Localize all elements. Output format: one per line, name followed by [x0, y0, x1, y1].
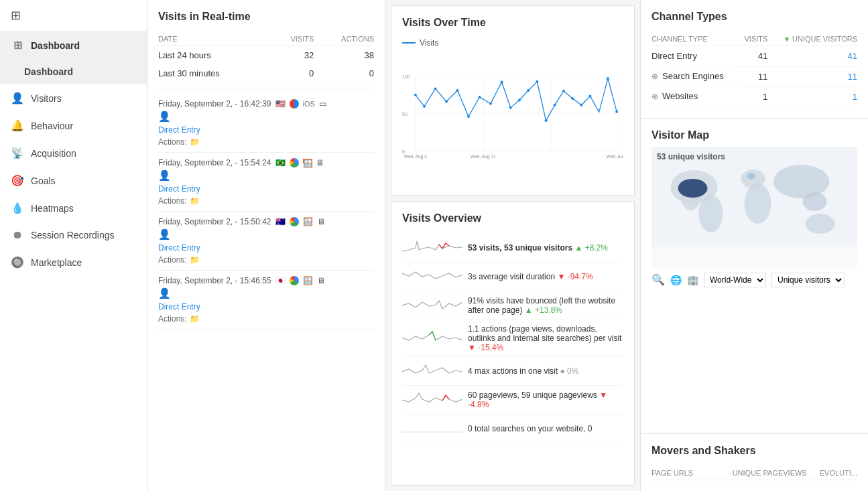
svg-text:Wed, Aug 31: Wed, Aug 31 [607, 154, 623, 159]
channel-name-direct: Direct Entry [652, 46, 739, 66]
sparkline-visits [402, 238, 462, 258]
session-recordings-icon: ⏺ [11, 229, 24, 241]
svg-point-12 [434, 87, 437, 90]
sidebar-item-label: Goals [31, 176, 56, 186]
globe-icon[interactable]: 🌐 [670, 275, 682, 285]
svg-point-42 [803, 192, 827, 211]
sidebar-item-label: Marketplace [31, 257, 82, 268]
zoom-in-icon[interactable]: 🔍 [652, 273, 665, 286]
visits-overview-card: Visits Overview 53 visits, 53 unique vis… [391, 201, 635, 486]
sidebar-item-session-recordings[interactable]: ⏺ Session Recordings [0, 222, 147, 249]
chart-legend: Visits [402, 38, 623, 48]
sidebar-item-label: Acquisition [31, 148, 76, 159]
legend-label: Visits [420, 38, 438, 48]
sidebar-item-acquisition[interactable]: 📡 Acquisition [0, 139, 147, 167]
svg-point-23 [545, 119, 548, 122]
os-label-1: iOS [303, 100, 315, 108]
svg-point-26 [571, 97, 574, 100]
device-icon-4: 🖥 [317, 276, 325, 285]
behaviour-icon: 🔔 [11, 119, 24, 132]
visit-header-1: Friday, September 2, - 16:42:39 🇺🇸 iOS ▭ [158, 99, 374, 109]
main-content: Visits in Real-time DATE VISITS ACTIONS … [147, 0, 868, 491]
table-row: Direct Entry 41 41 [652, 46, 857, 67]
overview-text-searches: 0 total searches on your website, 0 [468, 424, 623, 433]
realtime-panel: Visits in Real-time DATE VISITS ACTIONS … [147, 0, 385, 491]
sidebar-item-goals[interactable]: 🎯 Goals [0, 167, 147, 194]
visit-source-4[interactable]: Direct Entry [158, 302, 374, 311]
grid-icon: ⊞ [11, 8, 21, 23]
visit-actions-2: Actions: 📁 [158, 196, 374, 206]
heatmaps-icon: 💧 [11, 202, 24, 214]
person-icon-3: 👤 [158, 228, 171, 240]
region-select[interactable]: World-Wide [704, 273, 766, 287]
right-panel: Channel Types CHANNEL TYPE VISITS ▼ UNIQ… [640, 0, 868, 491]
visit-source-2[interactable]: Direct Entry [158, 184, 374, 194]
visit-actions-1: Actions: 📁 [158, 137, 374, 147]
browser-icon-3 [290, 217, 299, 226]
svg-point-29 [607, 77, 609, 80]
svg-text:Wed, Aug 17: Wed, Aug 17 [471, 154, 496, 159]
sidebar-item-heatmaps[interactable]: 💧 Heatmaps [0, 194, 147, 222]
unique-visitors-label: 53 unique visitors [657, 152, 725, 161]
sidebar-item-behaviour[interactable]: 🔔 Behaviour [0, 112, 147, 139]
row-actions: 0 [314, 64, 374, 82]
sidebar-item-dashboard-child[interactable]: Dashboard [0, 59, 147, 84]
expand-search-icon[interactable]: ⊕ [652, 72, 658, 81]
visitor-map-card: Visitor Map 53 unique visitors [641, 119, 868, 435]
visit-header-2: Friday, September 2, - 15:54:24 🇧🇷 🪟 🖥 [158, 158, 374, 167]
channel-visits-search: 11 [739, 66, 767, 86]
row-visits: 32 [271, 46, 314, 65]
actions-label-4: Actions: [158, 314, 187, 324]
sort-arrow: ▼ [784, 36, 790, 43]
svg-text:50: 50 [402, 111, 408, 117]
movers-table: PAGE URLS UNIQUE PAGEVIEWS EVOLUTI... [652, 466, 857, 480]
svg-point-14 [456, 89, 459, 92]
visits-over-time-card: Visits Over Time Visits 100 50 0 [391, 5, 635, 196]
visit-actions-3: Actions: 📁 [158, 255, 374, 265]
svg-point-27 [580, 104, 582, 107]
svg-point-22 [536, 80, 538, 83]
actions-label-3: Actions: [158, 255, 187, 265]
device-icon-3: 🖥 [317, 217, 325, 226]
visit-source-1[interactable]: Direct Entry [158, 125, 374, 135]
sidebar-item-dashboard-parent[interactable]: ⊞ Dashboard [0, 31, 147, 59]
visit-source-3[interactable]: Direct Entry [158, 243, 374, 253]
svg-point-20 [518, 99, 521, 102]
buildings-icon[interactable]: 🏢 [687, 275, 698, 285]
folder-icon-4: 📁 [190, 314, 200, 324]
svg-point-24 [554, 104, 556, 107]
svg-point-21 [527, 89, 530, 92]
legend-line [402, 42, 416, 44]
change-duration: ▼ [557, 272, 567, 281]
change-bounce: ▲ [525, 305, 535, 315]
change-visits: ▲ [574, 243, 584, 253]
person-icon-1: 👤 [158, 111, 171, 122]
flag-3: 🇦🇺 [275, 217, 286, 226]
row-label: Last 24 hours [158, 46, 271, 65]
svg-point-17 [489, 102, 492, 105]
col-visits-header: VISITS [739, 32, 767, 46]
sidebar-item-visitors[interactable]: 👤 Visitors [0, 84, 147, 112]
svg-text:Wed, Aug 3: Wed, Aug 3 [404, 154, 427, 159]
svg-point-10 [414, 94, 417, 96]
svg-point-43 [806, 214, 835, 234]
sidebar-item-label: Behaviour [31, 121, 73, 131]
col-visits: VISITS [271, 32, 314, 46]
goals-icon: 🎯 [11, 174, 24, 187]
svg-point-11 [423, 105, 426, 108]
overview-text-bounce: 91% visits have bounced (left the websit… [468, 296, 623, 315]
visitors-icon: 👤 [11, 92, 24, 104]
overview-row-visits: 53 visits, 53 unique visitors ▲ +8.2% [402, 234, 623, 263]
channel-name-websites: ⊕ Websites [652, 86, 739, 107]
movers-col-url: PAGE URLS [652, 466, 707, 480]
change-max-actions: ● [560, 366, 567, 376]
windows-icon-2: 🪟 [303, 159, 312, 167]
metric-select[interactable]: Unique visitors [771, 273, 845, 287]
sidebar-item-marketplace[interactable]: 🔘 Marketplace [0, 249, 147, 276]
world-map-svg [652, 147, 857, 247]
expand-websites-icon[interactable]: ⊕ [652, 92, 658, 101]
sidebar: ⊞ ⊞ Dashboard Dashboard 👤 Visitors 🔔 Beh… [0, 0, 147, 491]
windows-icon-4: 🪟 [303, 276, 313, 285]
change-pageviews: ▼ [599, 391, 607, 400]
overview-row-duration: 3s average visit duration ▼ -94.7% [402, 263, 623, 291]
